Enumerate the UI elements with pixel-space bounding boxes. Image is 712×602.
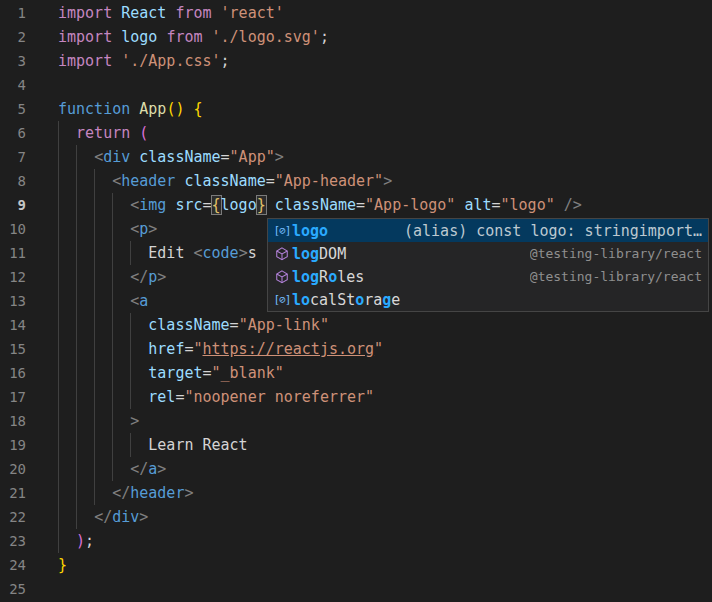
code-line-8[interactable]: <header className="App-header"> bbox=[58, 169, 712, 193]
code-line-19[interactable]: Learn React bbox=[58, 433, 712, 457]
line-number-12: 12 bbox=[0, 265, 26, 289]
indent-guide bbox=[94, 481, 95, 505]
indent-guide bbox=[58, 289, 59, 313]
code-line-24[interactable]: } bbox=[58, 553, 712, 577]
line-number-19: 19 bbox=[0, 433, 26, 457]
indent-guide bbox=[58, 145, 59, 169]
indent-guide bbox=[112, 241, 113, 265]
indent-guide bbox=[94, 313, 95, 337]
indent-guide bbox=[94, 289, 95, 313]
indent-guide bbox=[112, 361, 113, 385]
indent-guide bbox=[76, 313, 77, 337]
code-line-15[interactable]: href="https://reactjs.org" bbox=[58, 337, 712, 361]
code-line-3[interactable]: import './App.css'; bbox=[58, 49, 712, 73]
indent-guide bbox=[58, 121, 59, 145]
indent-guide bbox=[58, 313, 59, 337]
indent-guide bbox=[76, 385, 77, 409]
code-line-14[interactable]: className="App-link" bbox=[58, 313, 712, 337]
suggest-item-logRoles[interactable]: logRoles@testing-library/react bbox=[268, 265, 708, 288]
line-number-11: 11 bbox=[0, 241, 26, 265]
indent-guide bbox=[112, 217, 113, 241]
suggest-item-logDOM[interactable]: logDOM@testing-library/react bbox=[268, 242, 708, 265]
indent-guide bbox=[58, 337, 59, 361]
indent-guide bbox=[112, 313, 113, 337]
indent-guide bbox=[112, 265, 113, 289]
suggest-item-detail: @testing-library/react bbox=[530, 269, 702, 284]
indent-guide bbox=[94, 361, 95, 385]
indent-guide bbox=[112, 409, 113, 433]
line-number-13: 13 bbox=[0, 289, 26, 313]
line-number-24: 24 bbox=[0, 553, 26, 577]
code-line-7[interactable]: <div className="App"> bbox=[58, 145, 712, 169]
intellisense-popup: [⊘]logo(alias) const logo: stringimport…… bbox=[267, 218, 709, 312]
line-number-9: 9 bbox=[0, 193, 26, 217]
indent-guide bbox=[76, 217, 77, 241]
code-line-5[interactable]: function App() { bbox=[58, 97, 712, 121]
line-number-1: 1 bbox=[0, 1, 26, 25]
line-number-gutter: 1234567891011121314151617181920212223242… bbox=[0, 1, 26, 601]
indent-guide bbox=[112, 337, 113, 361]
line-number-3: 3 bbox=[0, 49, 26, 73]
line-number-21: 21 bbox=[0, 481, 26, 505]
indent-guide bbox=[130, 385, 131, 409]
indent-guide bbox=[112, 289, 113, 313]
line-number-7: 7 bbox=[0, 145, 26, 169]
code-line-6[interactable]: return ( bbox=[58, 121, 712, 145]
method-icon bbox=[272, 270, 292, 284]
indent-guide bbox=[130, 433, 131, 457]
line-number-20: 20 bbox=[0, 457, 26, 481]
code-line-17[interactable]: rel="noopener noreferrer" bbox=[58, 385, 712, 409]
indent-guide bbox=[112, 457, 113, 481]
code-line-9[interactable]: <img src={logo} className="App-logo" alt… bbox=[58, 193, 712, 217]
suggest-item-label: localStorage bbox=[292, 291, 400, 309]
indent-guide bbox=[130, 361, 131, 385]
indent-guide bbox=[94, 241, 95, 265]
indent-guide bbox=[112, 193, 113, 217]
suggest-item-label: logRoles bbox=[292, 268, 364, 286]
indent-guide bbox=[94, 457, 95, 481]
indent-guide bbox=[76, 361, 77, 385]
code-line-16[interactable]: target="_blank" bbox=[58, 361, 712, 385]
indent-guide bbox=[76, 481, 77, 505]
code-line-20[interactable]: </a> bbox=[58, 457, 712, 481]
line-number-22: 22 bbox=[0, 505, 26, 529]
indent-guide bbox=[76, 193, 77, 217]
indent-guide bbox=[130, 337, 131, 361]
code-line-22[interactable]: </div> bbox=[58, 505, 712, 529]
line-number-2: 2 bbox=[0, 25, 26, 49]
indent-guide bbox=[58, 457, 59, 481]
indent-guide bbox=[58, 241, 59, 265]
indent-guide bbox=[94, 385, 95, 409]
code-line-1[interactable]: import React from 'react' bbox=[58, 1, 712, 25]
indent-guide bbox=[112, 385, 113, 409]
indent-guide bbox=[76, 289, 77, 313]
indent-guide bbox=[58, 409, 59, 433]
suggest-item-detail: (alias) const logo: stringimport… bbox=[404, 222, 702, 240]
suggest-item-label: logDOM bbox=[292, 245, 346, 263]
suggest-item-logo[interactable]: [⊘]logo(alias) const logo: stringimport… bbox=[268, 219, 708, 242]
code-line-4[interactable] bbox=[58, 73, 712, 97]
line-number-18: 18 bbox=[0, 409, 26, 433]
line-number-16: 16 bbox=[0, 361, 26, 385]
line-number-15: 15 bbox=[0, 337, 26, 361]
code-line-25[interactable] bbox=[58, 577, 712, 601]
line-number-8: 8 bbox=[0, 169, 26, 193]
suggest-item-detail: @testing-library/react bbox=[530, 246, 702, 261]
indent-guide bbox=[76, 241, 77, 265]
indent-guide bbox=[58, 169, 59, 193]
indent-guide bbox=[58, 505, 59, 529]
code-editor: 1234567891011121314151617181920212223242… bbox=[0, 0, 712, 602]
line-number-25: 25 bbox=[0, 577, 26, 601]
indent-guide bbox=[94, 217, 95, 241]
code-line-2[interactable]: import logo from './logo.svg'; bbox=[58, 25, 712, 49]
line-number-14: 14 bbox=[0, 313, 26, 337]
code-line-21[interactable]: </header> bbox=[58, 481, 712, 505]
code-line-23[interactable]: ); bbox=[58, 529, 712, 553]
indent-guide bbox=[76, 433, 77, 457]
code-line-18[interactable]: > bbox=[58, 409, 712, 433]
line-number-5: 5 bbox=[0, 97, 26, 121]
variable-icon: [⊘] bbox=[272, 293, 292, 306]
suggest-item-localStorage[interactable]: [⊘]localStorage bbox=[268, 288, 708, 311]
indent-guide bbox=[94, 193, 95, 217]
indent-guide bbox=[112, 433, 113, 457]
